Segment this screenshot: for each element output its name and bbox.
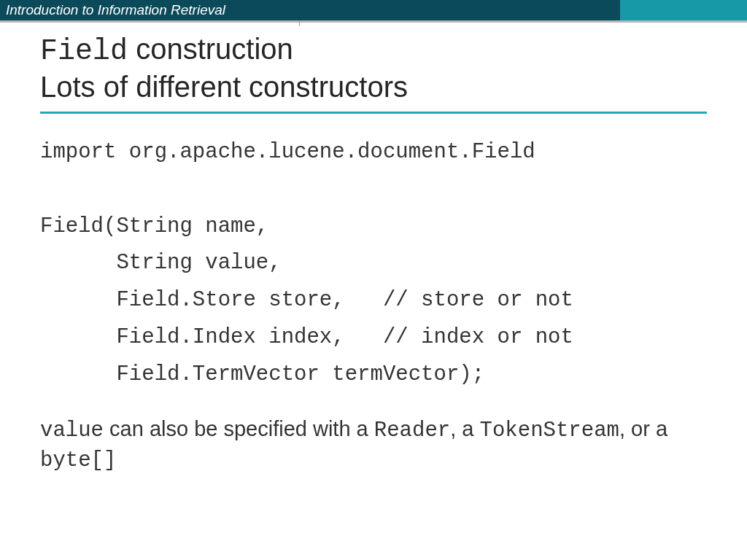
code-line-1: import org.apache.lucene.document.Field: [40, 140, 535, 164]
header-title: Introduction to Information Retrieval: [6, 2, 225, 18]
header-teal-section: [620, 0, 747, 20]
code-line-4: String value,: [40, 251, 282, 275]
code-line-5: Field.Store store, // store or not: [40, 288, 573, 312]
header-dark-section: Introduction to Information Retrieval: [0, 0, 620, 20]
title-code-word: Field: [40, 35, 128, 68]
slide-content: Field construction Lots of different con…: [0, 23, 747, 475]
code-line-3: Field(String name,: [40, 214, 268, 238]
title-rest: construction: [128, 33, 293, 65]
code-line-7: Field.TermVector termVector);: [40, 362, 484, 386]
note-code-4: byte[]: [40, 448, 116, 472]
note-code-3: TokenStream: [480, 419, 619, 443]
note-text-2: , a: [450, 417, 479, 440]
header-bar: Introduction to Information Retrieval: [0, 0, 747, 20]
note-code-2: Reader: [374, 419, 450, 443]
code-block: import org.apache.lucene.document.Field …: [40, 134, 707, 393]
note-text-1: can also be specified with a: [104, 417, 374, 440]
note-code-1: value: [40, 419, 104, 443]
note-text-3: , or a: [619, 417, 667, 440]
note-block: value can also be specified with a Reade…: [40, 415, 707, 475]
title-block: Field construction Lots of different con…: [40, 31, 707, 114]
vertical-separator: [299, 20, 300, 26]
code-line-6: Field.Index index, // index or not: [40, 325, 573, 349]
title-line-2: Lots of different constructors: [40, 69, 707, 104]
title-line-1: Field construction: [40, 31, 707, 69]
